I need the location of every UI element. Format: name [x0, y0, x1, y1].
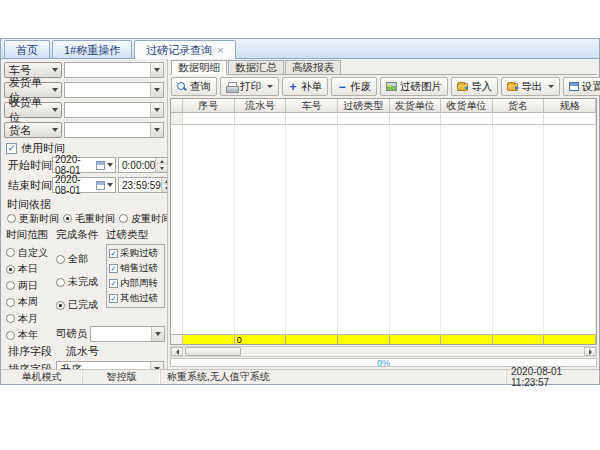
horizontal-scrollbar[interactable] — [170, 346, 597, 357]
settings-button[interactable]: 设置 — [563, 77, 600, 96]
tab-weigh-record-query[interactable]: 过磅记录查询 × — [134, 40, 235, 59]
tab-weigh-operation[interactable]: 1#称重操作 — [52, 40, 132, 58]
supplement-order-button[interactable]: +补单 — [282, 77, 328, 96]
radio-today-label: 本日 — [18, 262, 38, 276]
image-icon — [386, 82, 397, 91]
printer-icon — [226, 82, 237, 92]
plus-icon: + — [288, 82, 298, 92]
radio-this-week[interactable]: 本周 — [6, 295, 56, 309]
chevron-down-icon — [52, 68, 58, 72]
radio-custom[interactable]: 自定义 — [6, 246, 56, 260]
tab-home[interactable]: 首页 — [4, 40, 50, 58]
chevron-down-icon — [154, 367, 160, 369]
sort-order-value: 升序 — [60, 362, 82, 370]
status-datetime: 2020-08-01 11:23:57 — [507, 370, 599, 384]
radio-gross-time[interactable]: 毛重时间 — [63, 212, 115, 225]
filter-cell[interactable] — [390, 113, 442, 125]
chevron-down-icon[interactable] — [150, 103, 163, 117]
filter-cell[interactable] — [183, 113, 235, 125]
subtab-data-summary[interactable]: 数据汇总 — [228, 60, 284, 74]
end-time-spinner[interactable]: 23:59:59 — [118, 177, 168, 193]
column-header-serial[interactable]: 流水号 — [235, 99, 287, 113]
column-header-seq[interactable]: 序号 — [183, 99, 235, 113]
use-time-checkbox[interactable]: ✓ — [6, 143, 17, 154]
radio-this-month-label: 本月 — [18, 312, 38, 326]
radio-icon — [56, 255, 65, 264]
field-selector-receiver[interactable]: 收货单位 — [4, 102, 62, 118]
receiver-value-combo[interactable] — [64, 102, 164, 118]
end-date-picker[interactable]: 2020-08-01 — [52, 177, 116, 193]
spin-up-icon[interactable] — [162, 178, 168, 185]
sender-value-combo[interactable] — [64, 82, 164, 98]
start-date-picker[interactable]: 2020-08-01 — [52, 157, 116, 173]
filter-row-selector — [171, 113, 183, 125]
chevron-down-icon[interactable] — [151, 327, 164, 341]
grid-body-selector-column — [171, 125, 183, 334]
spin-up-icon[interactable] — [156, 158, 167, 165]
weigh-images-button[interactable]: 过磅图片 — [380, 77, 448, 96]
filter-cell[interactable] — [235, 113, 287, 125]
spin-down-icon[interactable] — [162, 185, 168, 192]
chevron-down-icon[interactable] — [150, 362, 163, 369]
radio-this-week-label: 本周 — [18, 295, 38, 309]
weigher-combo[interactable] — [90, 326, 165, 342]
column-header-receiver[interactable]: 收货单位 — [441, 99, 493, 113]
radio-this-year[interactable]: 本年 — [6, 328, 56, 342]
chevron-down-icon[interactable] — [150, 83, 163, 97]
chevron-down-icon[interactable] — [150, 123, 163, 137]
print-button[interactable]: 打印 — [220, 77, 279, 96]
chevron-down-icon[interactable] — [150, 63, 163, 77]
vehicle-value-combo[interactable] — [64, 62, 164, 78]
column-header-goods[interactable]: 货名 — [493, 99, 545, 113]
radio-unfinished[interactable]: 未完成 — [56, 275, 106, 289]
checkbox-checked-icon: ✓ — [109, 279, 118, 288]
checkbox-sale-weigh[interactable]: ✓销售过磅 — [109, 262, 163, 275]
filter-cell[interactable] — [441, 113, 493, 125]
checkbox-internal-transfer[interactable]: ✓内部周转 — [109, 277, 163, 290]
field-selector-goods[interactable]: 货名 — [4, 122, 62, 138]
radio-selected-icon — [6, 265, 15, 274]
scroll-right-icon[interactable] — [584, 347, 596, 356]
radio-update-time-label: 更新时间 — [19, 212, 59, 226]
radio-update-time[interactable]: 更新时间 — [7, 212, 59, 225]
column-header-spec[interactable]: 规格 — [544, 99, 596, 113]
goods-value-combo[interactable] — [64, 122, 164, 138]
filter-cell[interactable] — [338, 113, 390, 125]
spin-down-icon[interactable] — [156, 165, 167, 172]
radio-all[interactable]: 全部 — [56, 252, 106, 266]
field-selector-goods-label: 货名 — [9, 123, 31, 138]
scrollbar-thumb[interactable] — [185, 347, 241, 356]
filter-cell[interactable] — [286, 113, 338, 125]
subtab-data-detail[interactable]: 数据明细 — [171, 60, 227, 75]
sort-field-label: 排序字段 — [4, 344, 56, 359]
check-icon: ✓ — [111, 279, 117, 288]
radio-all-label: 全部 — [68, 252, 88, 266]
radio-this-month[interactable]: 本月 — [6, 312, 56, 326]
search-icon — [177, 82, 187, 92]
radio-today[interactable]: 本日 — [6, 262, 56, 276]
export-button[interactable]: 导出 — [501, 77, 560, 96]
subtab-advanced-report-label: 高级报表 — [292, 61, 334, 73]
query-button[interactable]: 查询 — [171, 77, 217, 96]
subtab-advanced-report[interactable]: 高级报表 — [285, 60, 341, 74]
import-button[interactable]: 导入 — [451, 77, 498, 96]
settings-button-label: 设置 — [582, 80, 600, 94]
summary-cell — [544, 335, 596, 344]
column-header-weigh-type[interactable]: 过磅类型 — [338, 99, 390, 113]
grid-body-column — [235, 125, 287, 334]
column-header-vehicle[interactable]: 车号 — [286, 99, 338, 113]
checkbox-purchase-weigh[interactable]: ✓采购过磅 — [109, 247, 163, 260]
start-time-spinner[interactable]: 0:00:00 — [118, 157, 168, 173]
radio-selected-icon — [56, 301, 65, 310]
radio-two-days[interactable]: 两日 — [6, 279, 56, 293]
filter-cell[interactable] — [544, 113, 596, 125]
close-icon[interactable]: × — [217, 45, 223, 55]
filter-cell[interactable] — [493, 113, 545, 125]
scroll-left-icon[interactable] — [171, 347, 183, 356]
checkbox-other-weigh[interactable]: ✓其他过磅 — [109, 292, 163, 305]
radio-tare-time[interactable]: 皮重时间 — [119, 212, 168, 225]
void-button[interactable]: −作废 — [331, 77, 377, 96]
sort-order-combo[interactable]: 升序 — [56, 361, 164, 369]
column-header-sender[interactable]: 发货单位 — [390, 99, 442, 113]
radio-finished[interactable]: 已完成 — [56, 298, 106, 312]
